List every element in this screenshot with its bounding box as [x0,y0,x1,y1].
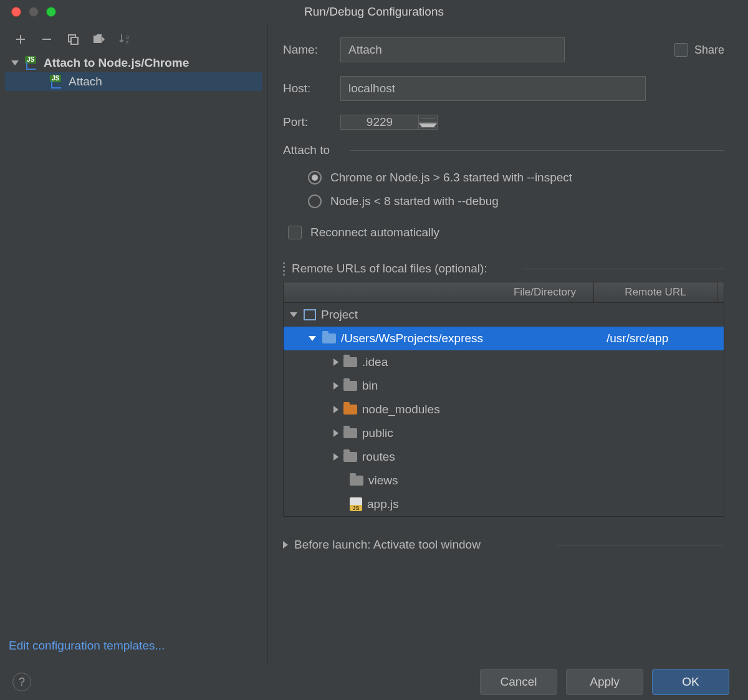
col-remote-url: Remote URL [594,282,717,302]
titlebar: Run/Debug Configurations [0,0,748,24]
config-item[interactable]: JS Attach [5,72,262,91]
port-spin-up[interactable] [419,115,437,123]
share-checkbox[interactable] [674,43,688,57]
window-title: Run/Debug Configurations [0,5,748,19]
tree-row[interactable]: public [284,421,724,445]
remote-urls-table: File/Directory Remote URL Project [283,282,724,517]
sort-config-button[interactable]: az [117,31,133,47]
ok-button[interactable]: OK [652,669,729,695]
port-spin-down[interactable] [419,123,437,130]
tree-row[interactable]: routes [284,445,724,469]
attach-option-debug-label: Node.js < 8 started with --debug [330,194,499,208]
svg-text:z: z [126,39,129,46]
config-group[interactable]: JS Attach to Node.js/Chrome [5,54,262,72]
tree-row-project[interactable]: Project [284,303,724,327]
drag-handle-icon[interactable] [283,262,288,276]
expand-icon [333,406,338,413]
folder-label: .idea [362,355,388,369]
name-input[interactable] [340,37,565,62]
apply-button[interactable]: Apply [566,669,643,695]
folder-icon [343,381,357,391]
port-spinner [418,115,437,129]
expand-icon [290,312,297,317]
name-label: Name: [283,43,340,57]
help-button[interactable]: ? [12,673,31,691]
file-label: app.js [367,497,399,511]
col-file-directory: File/Directory [284,282,594,302]
expand-icon [333,358,338,366]
config-group-label: Attach to Node.js/Chrome [44,56,189,70]
folder-label: public [362,426,393,440]
project-label: Project [321,308,358,322]
add-config-button[interactable] [12,31,29,47]
before-launch-title: Before launch: Activate tool window [294,538,724,552]
folder-label: bin [362,379,378,393]
config-form: Name: Share Host: Port: Attach to [268,24,748,664]
project-icon [304,309,316,320]
host-input[interactable] [340,76,646,101]
svg-rect-1 [71,37,78,44]
attach-option-debug[interactable]: Node.js < 8 started with --debug [283,189,724,213]
folder-label: node_modules [362,403,440,416]
edit-templates-link[interactable]: Edit configuration templates... [0,628,267,664]
expand-icon [333,453,338,461]
save-config-button[interactable] [91,31,107,47]
attach-option-inspect-label: Chrome or Node.js > 6.3 started with --i… [330,171,572,185]
attach-option-inspect[interactable]: Chrome or Node.js > 6.3 started with --i… [283,166,724,189]
config-toolbar: az [0,24,267,51]
config-tree: JS Attach to Node.js/Chrome JS Attach [0,51,267,628]
cancel-button[interactable]: Cancel [480,669,557,695]
tree-row[interactable]: node_modules [284,398,724,421]
radio-icon [308,171,322,185]
copy-config-button[interactable] [65,31,81,47]
folder-icon [343,357,357,367]
expand-icon [333,382,338,390]
configurations-panel: az JS Attach to Node.js/Chrome JS Attach… [0,24,268,664]
reconnect-checkbox[interactable] [288,226,302,239]
folder-icon [322,333,336,343]
table-header: File/Directory Remote URL [284,282,724,303]
reconnect-label: Reconnect automatically [310,226,439,239]
folder-label: routes [362,450,395,464]
jsfile-icon [350,497,362,511]
tree-row[interactable]: .idea [284,350,724,374]
root-path-label: /Users/WsProjects/express [341,332,483,345]
tree-row-root[interactable]: /Users/WsProjects/express /usr/src/app [284,327,724,350]
dialog-footer: ? Cancel Apply OK [0,664,748,700]
config-item-label: Attach [69,75,102,89]
port-input[interactable] [341,115,418,129]
tree-row[interactable]: views [284,469,724,492]
reconnect-row[interactable]: Reconnect automatically [283,213,724,246]
nodejs-chrome-icon: JS [50,75,64,89]
expand-icon [11,60,19,65]
nodejs-chrome-icon: JS [25,56,39,70]
share-label: Share [694,44,724,57]
folder-icon [350,476,363,486]
folder-icon [343,452,357,462]
before-launch-row[interactable]: Before launch: Activate tool window [283,538,724,552]
expand-icon [333,429,338,437]
port-label: Port: [283,115,340,129]
tree-row[interactable]: bin [284,374,724,398]
folder-icon [343,428,357,438]
attach-to-title: Attach to [283,143,724,157]
radio-icon [308,194,322,208]
host-label: Host: [283,82,340,95]
folder-icon [343,405,357,415]
root-remote-url[interactable]: /usr/src/app [600,332,724,345]
remote-urls-title: Remote URLs of local files (optional): [292,262,724,276]
folder-label: views [368,474,398,487]
remove-config-button[interactable] [39,31,55,47]
expand-icon [283,541,288,549]
tree-row[interactable]: app.js [284,492,724,516]
expand-icon [309,336,316,341]
